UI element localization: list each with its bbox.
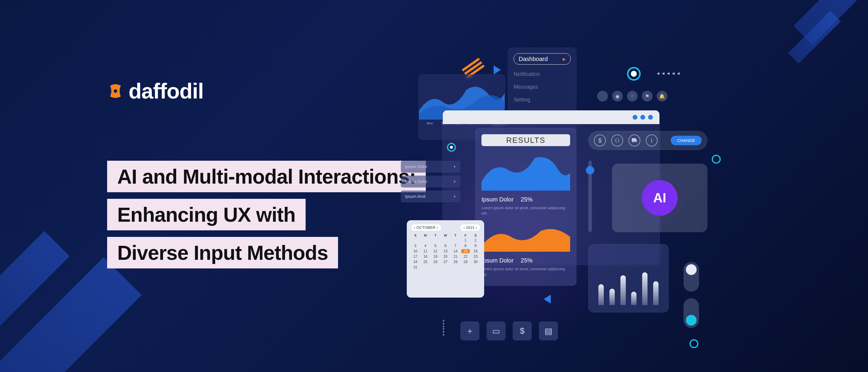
results-area-chart-2-icon — [482, 222, 570, 252]
user-icon[interactable]: ⚇ — [611, 134, 623, 147]
cal-day[interactable]: 27 — [441, 260, 450, 264]
menu-active-pill[interactable]: Dashboard ▸ — [514, 53, 571, 65]
menu-item-messages[interactable]: Messages — [514, 84, 571, 90]
cal-day[interactable]: 14 — [451, 249, 460, 253]
cal-day[interactable]: 23 — [471, 254, 480, 259]
cart-icon[interactable]: ⛟ — [628, 134, 640, 147]
cal-day[interactable]: 31 — [411, 265, 420, 269]
dollar-icon[interactable]: $ — [513, 321, 532, 340]
dropdown-item[interactable]: Ipsum Amit — [401, 190, 460, 203]
bell-icon: 🔔 — [657, 91, 668, 101]
dow-label: W — [441, 234, 450, 237]
cal-day[interactable] — [461, 265, 470, 269]
cal-day[interactable]: 13 — [441, 249, 450, 253]
chevron-right-icon: › — [437, 225, 438, 230]
cal-day[interactable]: 9 — [471, 244, 480, 248]
cal-day[interactable]: 7 — [451, 244, 460, 248]
ring-icon — [447, 143, 456, 152]
top-icon-row: ◉ ♡ ⚑ 🔔 — [597, 91, 668, 101]
cal-day[interactable]: 8 — [461, 244, 470, 248]
cal-day[interactable]: 30 — [471, 260, 480, 264]
toggle-switch[interactable] — [683, 262, 699, 292]
icon-strip-card: $ ⚇ ⛟ i CHANGE — [588, 131, 707, 150]
cal-day[interactable] — [451, 238, 460, 243]
cal-day[interactable]: 18 — [421, 254, 430, 259]
menu-item-notification[interactable]: Notification — [514, 71, 571, 78]
bar-icon — [631, 292, 637, 305]
bar-icon — [610, 289, 615, 305]
plus-icon[interactable]: ＋ — [460, 321, 479, 340]
ring-icon — [712, 155, 721, 164]
calendar-year-picker[interactable]: ‹ 2021 › — [460, 224, 480, 230]
calendar-card: ‹ OCTOBER › ‹ 2021 › S M T W T F S 12 34… — [407, 220, 484, 298]
cal-day[interactable]: 11 — [421, 249, 430, 253]
cal-day[interactable]: 16 — [471, 249, 480, 253]
cal-day[interactable]: 25 — [421, 260, 430, 264]
window-dot-icon — [648, 115, 653, 120]
stat-value: 25% — [521, 257, 533, 264]
cal-day-today[interactable]: 15 — [461, 249, 470, 253]
cal-day[interactable] — [431, 265, 440, 269]
menu-item-setting[interactable]: Setting — [514, 97, 571, 103]
chevron-right-icon: ▸ — [563, 55, 566, 62]
cal-day[interactable] — [411, 238, 420, 243]
card-icon[interactable]: ▤ — [539, 321, 558, 340]
cal-day[interactable]: 2 — [471, 238, 480, 243]
info-icon[interactable]: i — [646, 134, 658, 147]
dropdown-item[interactable]: Ipsum Dolor — [401, 176, 460, 187]
cal-day[interactable]: 4 — [421, 244, 430, 248]
calendar-year-label: 2021 — [466, 225, 475, 230]
cal-day[interactable]: 29 — [461, 260, 470, 264]
dollar-icon[interactable]: $ — [594, 134, 606, 147]
change-button[interactable]: CHANGE — [671, 136, 702, 145]
cal-day[interactable] — [441, 265, 450, 269]
cal-day[interactable]: 5 — [431, 244, 440, 248]
cal-day[interactable]: 21 — [451, 254, 460, 259]
cal-day[interactable]: 20 — [441, 254, 450, 259]
cal-day[interactable]: 28 — [451, 260, 460, 264]
headline-line-3: Diverse Input Methods — [107, 237, 338, 269]
results-card: RESULTS Ipsum Dolor 25% Lorem ipsum dolo… — [475, 128, 577, 286]
bar-chart-card — [588, 244, 669, 312]
cal-day[interactable]: 3 — [411, 244, 420, 248]
dow-label: S — [471, 234, 480, 237]
calendar-month-picker[interactable]: ‹ OCTOBER › — [411, 224, 441, 230]
toggle-switch[interactable] — [683, 298, 699, 328]
vertical-slider-thumb[interactable] — [586, 166, 594, 175]
cal-day[interactable]: 1 — [461, 238, 470, 243]
stat-description: Lorem ipsum dolor sit amet, consectet ad… — [482, 205, 570, 216]
cal-day[interactable]: 10 — [411, 249, 420, 253]
window-dot-icon — [640, 115, 645, 120]
cal-day[interactable]: 17 — [411, 254, 420, 259]
cal-day[interactable] — [421, 265, 430, 269]
svg-point-0 — [114, 89, 117, 93]
cal-day[interactable] — [421, 238, 430, 243]
chevron-left-icon: ‹ — [414, 225, 415, 230]
dow-label: S — [411, 234, 420, 237]
cal-day[interactable]: 24 — [411, 260, 420, 264]
headline: AI and Multi-modal Interactions: Enhanci… — [107, 161, 426, 275]
cal-day[interactable]: 12 — [431, 249, 440, 253]
cal-day[interactable] — [441, 238, 450, 243]
wallet-icon[interactable]: ▭ — [487, 321, 505, 340]
cal-day[interactable] — [451, 265, 460, 269]
bookmark-icon: ⚑ — [642, 91, 653, 101]
cal-day[interactable] — [431, 238, 440, 243]
calendar-grid: S M T W T F S 12 3456789 10111213141516 … — [411, 234, 480, 269]
ring-icon — [627, 67, 641, 81]
ui-collage: ◂◂◂◂◂ ◉ ♡ ⚑ 🔔 Dashboard ▸ Notification M… — [398, 36, 725, 348]
dow-label: T — [451, 234, 460, 237]
cal-day[interactable] — [471, 265, 480, 269]
play-icon — [494, 65, 501, 74]
cal-day[interactable]: 6 — [441, 244, 450, 248]
cal-day[interactable]: 26 — [431, 260, 440, 264]
cal-day[interactable]: 22 — [461, 254, 470, 259]
logo-text: daffodil — [128, 79, 204, 103]
bar-icon — [598, 284, 604, 305]
dropdown-label: Ipsum Amit — [405, 194, 426, 199]
headline-line-2: Enhancing UX with — [107, 199, 306, 230]
cal-day[interactable]: 19 — [431, 254, 440, 259]
dropdown-item[interactable]: Ipsum Dolor — [401, 161, 460, 173]
triangle-stack-icon: ▴▴▴▾▾▾ — [442, 318, 444, 336]
ai-chip-icon: AI — [642, 180, 678, 216]
